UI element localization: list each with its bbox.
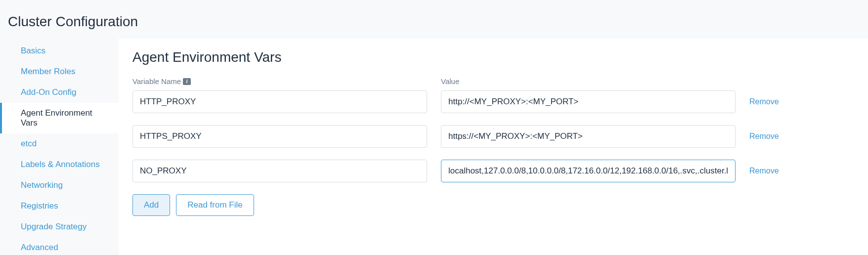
cell-value xyxy=(441,125,736,148)
cell-action: Remove xyxy=(749,167,779,175)
sidebar-item-upgrade-strategy[interactable]: Upgrade Strategy xyxy=(0,216,119,237)
sidebar-item-agent-environment-vars[interactable]: Agent Environment Vars xyxy=(0,103,119,133)
env-var-row: Remove xyxy=(132,160,854,182)
variable-value-input[interactable] xyxy=(441,90,736,113)
cell-action: Remove xyxy=(749,132,779,141)
sidebar: BasicsMember RolesAdd-On ConfigAgent Env… xyxy=(0,39,119,255)
remove-button[interactable]: Remove xyxy=(749,132,779,141)
cell-name xyxy=(132,90,427,113)
cell-action: Remove xyxy=(749,97,779,106)
env-var-row: Remove xyxy=(132,90,854,113)
variable-value-input[interactable] xyxy=(441,160,736,182)
sidebar-item-advanced[interactable]: Advanced xyxy=(0,237,119,255)
cell-name xyxy=(132,125,427,148)
add-button[interactable]: Add xyxy=(132,194,170,216)
actions-row: Add Read from File xyxy=(132,194,854,216)
column-header-value: Value xyxy=(441,77,736,85)
column-header-name-label: Variable Name xyxy=(132,77,181,85)
variable-name-input[interactable] xyxy=(132,125,427,148)
sidebar-item-networking[interactable]: Networking xyxy=(0,175,119,196)
read-from-file-button[interactable]: Read from File xyxy=(176,194,254,216)
sidebar-item-basics[interactable]: Basics xyxy=(0,41,119,61)
info-icon[interactable]: i xyxy=(183,78,191,85)
sidebar-item-labels-annotations[interactable]: Labels & Annotations xyxy=(0,154,119,175)
variable-name-input[interactable] xyxy=(132,160,427,182)
variable-value-input[interactable] xyxy=(441,125,736,148)
section-title: Agent Environment Vars xyxy=(132,49,854,65)
env-vars-rows: RemoveRemoveRemove xyxy=(132,90,854,182)
layout: BasicsMember RolesAdd-On ConfigAgent Env… xyxy=(0,39,868,255)
sidebar-item-registries[interactable]: Registries xyxy=(0,196,119,216)
remove-button[interactable]: Remove xyxy=(749,167,779,175)
column-header-name: Variable Name i xyxy=(132,77,427,85)
main-content: Agent Environment Vars Variable Name i V… xyxy=(119,39,868,255)
env-var-row: Remove xyxy=(132,125,854,148)
env-vars-table-head: Variable Name i Value xyxy=(132,77,854,85)
sidebar-item-member-roles[interactable]: Member Roles xyxy=(0,61,119,82)
page-title: Cluster Configuration xyxy=(0,0,868,39)
cell-value xyxy=(441,160,736,182)
cell-name xyxy=(132,160,427,182)
cell-value xyxy=(441,90,736,113)
remove-button[interactable]: Remove xyxy=(749,97,779,106)
variable-name-input[interactable] xyxy=(132,90,427,113)
sidebar-item-etcd[interactable]: etcd xyxy=(0,133,119,154)
sidebar-item-add-on-config[interactable]: Add-On Config xyxy=(0,82,119,103)
